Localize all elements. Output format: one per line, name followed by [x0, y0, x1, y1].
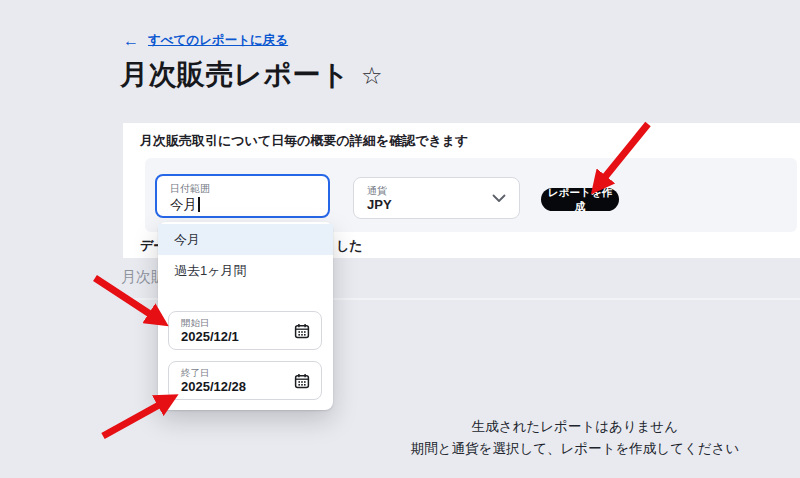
page-title: 月次販売レポート: [120, 56, 350, 94]
status-text-right-fragment: した: [336, 237, 363, 255]
report-description: 月次販売取引について日毎の概要の詳細を確認できます: [140, 131, 468, 151]
create-report-button[interactable]: レポートを作成: [541, 188, 619, 211]
currency-select[interactable]: 通貨 JPY: [353, 177, 520, 219]
end-date-field[interactable]: 終了日 2025/12/28: [168, 361, 322, 400]
dropdown-option-this-month[interactable]: 今月: [158, 224, 333, 255]
start-date-field[interactable]: 開始日 2025/12/1: [168, 311, 322, 350]
end-date-value: 2025/12/28: [181, 379, 246, 394]
currency-value: JPY: [367, 197, 392, 212]
calendar-icon[interactable]: [294, 373, 310, 389]
calendar-icon[interactable]: [294, 323, 310, 339]
favorite-star-icon[interactable]: ☆: [361, 64, 383, 88]
empty-state: 生成されたレポートはありません 期間と通貨を選択して、レポートを作成してください: [123, 416, 800, 460]
empty-state-line1: 生成されたレポートはありません: [123, 416, 800, 438]
date-range-value: 今月: [170, 196, 200, 214]
date-range-dropdown: 今月 過去1ヶ月間 開始日 2025/12/1 終了日 2025/12/28: [158, 222, 333, 410]
start-date-value: 2025/12/1: [181, 329, 239, 344]
dropdown-option-past-month[interactable]: 過去1ヶ月間: [158, 255, 333, 286]
back-link-label: すべてのレポートに戻る: [148, 32, 288, 49]
page-title-row: 月次販売レポート ☆: [120, 56, 382, 94]
back-link[interactable]: ← すべてのレポートに戻る: [123, 32, 288, 49]
empty-state-line2: 期間と通貨を選択して、レポートを作成してください: [123, 438, 800, 460]
text-cursor: [198, 197, 200, 212]
date-range-label: 日付範囲: [170, 182, 210, 196]
left-arrow-icon: ←: [123, 33, 139, 49]
chevron-down-icon: [492, 194, 506, 203]
currency-label: 通貨: [367, 184, 387, 198]
reports-page: ← すべてのレポートに戻る 月次販売レポート ☆ 月次販売取引について日毎の概要…: [0, 0, 800, 478]
date-range-input[interactable]: 日付範囲 今月: [155, 174, 330, 218]
